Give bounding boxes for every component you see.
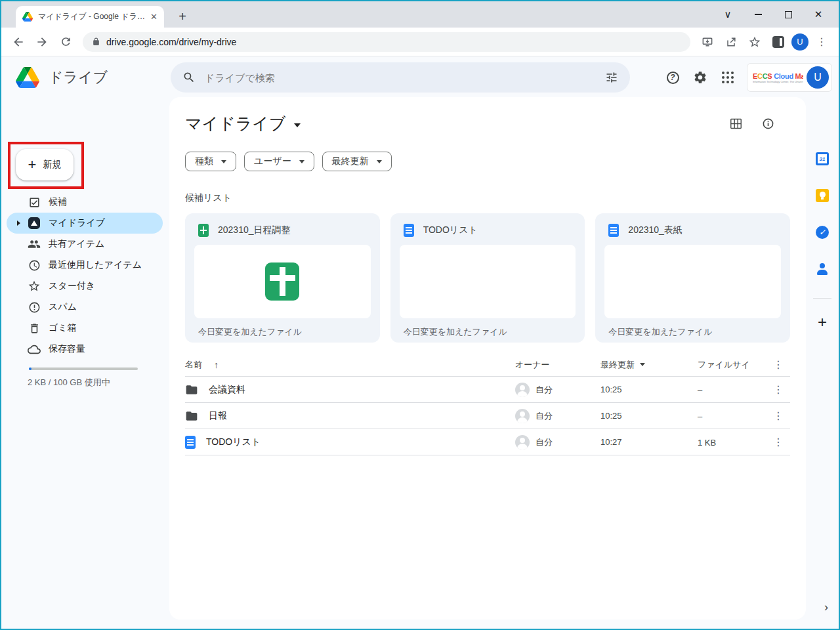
main-content: マイドライブ 種類 ユーザー (169, 97, 806, 620)
browser-tabstrip: マイドライブ - Google ドライブ ✕ + ∨ ✕ (1, 1, 839, 28)
add-addon-icon[interactable]: + (818, 313, 827, 331)
sidebar-item-shared[interactable]: 共有アイテム (1, 234, 169, 255)
owner-avatar (515, 409, 530, 423)
folder-icon (185, 410, 198, 423)
panel-collapse-icon[interactable]: › (824, 600, 828, 614)
search-options-icon[interactable] (605, 71, 618, 84)
sidebar-item-starred[interactable]: スター付き (1, 276, 169, 297)
column-header-name[interactable]: 名前 (185, 359, 202, 371)
browser-toolbar: U ⋮ (1, 28, 839, 56)
keep-icon[interactable] (814, 188, 830, 203)
apps-grid-icon[interactable] (719, 69, 736, 86)
bookmark-star-icon[interactable] (744, 32, 765, 52)
star-icon (28, 280, 41, 293)
suggestions-heading: 候補リスト (185, 192, 790, 204)
row-menu-icon[interactable]: ⋮ (766, 383, 790, 396)
suggestion-card[interactable]: 202310_表紙 今日変更を加えたファイル (595, 213, 790, 343)
forward-icon[interactable] (32, 32, 52, 52)
table-row[interactable]: 会議資料 自分 10:25 – ⋮ (185, 377, 790, 403)
reload-icon[interactable] (55, 32, 76, 52)
suggestion-card[interactable]: TODOリスト 今日変更を加えたファイル (390, 213, 585, 343)
info-icon[interactable] (762, 117, 774, 130)
sidebar-item-my-drive[interactable]: マイドライブ (7, 213, 163, 234)
drive-search-bar[interactable] (171, 62, 630, 93)
filter-chips: 種類 ユーザー 最終更新 (185, 152, 790, 171)
url-input[interactable] (106, 37, 681, 47)
drive-header-actions: ? ECCS Cloud Mail Information Technology… (664, 56, 832, 98)
owner-avatar (515, 435, 530, 450)
row-menu-icon[interactable]: ⋮ (766, 436, 790, 448)
browser-tab[interactable]: マイドライブ - Google ドライブ ✕ (16, 6, 164, 28)
suggestion-card[interactable]: 202310_日程調整 今日変更を加えたファイル (185, 213, 380, 343)
search-icon (182, 71, 196, 84)
drive-product-name: ドライブ (49, 68, 108, 87)
minimize-button[interactable] (743, 1, 773, 28)
browser-profile-avatar[interactable]: U (791, 33, 808, 51)
table-options-icon[interactable]: ⋮ (766, 358, 790, 371)
drive-sidebar: + 新規 候補 マイドライブ (1, 98, 169, 629)
share-icon[interactable] (721, 32, 742, 52)
page-title[interactable]: マイドライブ (185, 113, 286, 135)
storage-usage-text: 2 KB / 100 GB 使用中 (28, 377, 110, 388)
contacts-icon[interactable] (814, 261, 830, 277)
row-menu-icon[interactable]: ⋮ (766, 410, 790, 422)
sidebar-item-storage[interactable]: 保存容量 (1, 339, 169, 360)
alert-circle-icon (28, 301, 41, 314)
suggestion-cards: 202310_日程調整 今日変更を加えたファイル TODOリスト 今日変更を加え… (185, 213, 790, 343)
filter-chip-type[interactable]: 種類 (185, 152, 236, 171)
drive-brand[interactable]: ドライブ (1, 67, 169, 88)
filter-chip-user[interactable]: ユーザー (244, 152, 314, 171)
drive-favicon (22, 12, 33, 22)
tasks-icon[interactable]: ✓ (814, 224, 830, 240)
folder-icon (185, 383, 198, 396)
sidebar-item-recent[interactable]: 最近使用したアイテム (1, 255, 169, 276)
close-window-button[interactable]: ✕ (803, 1, 833, 28)
column-header-modified[interactable]: 最終更新 (600, 359, 635, 371)
column-header-size[interactable]: ファイルサイ (698, 360, 750, 369)
captured-screen: マイドライブ - Google ドライブ ✕ + ∨ ✕ (0, 0, 840, 630)
file-thumbnail (194, 245, 371, 318)
file-thumbnail (400, 245, 576, 318)
browser-menu-icon[interactable]: ⋮ (811, 32, 832, 52)
tab-close-icon[interactable]: ✕ (150, 12, 158, 22)
account-badge-subtitle: Information Technology Center, The Unive… (753, 80, 803, 83)
my-drive-icon (28, 217, 41, 230)
document-icon (404, 224, 414, 237)
drive-header: ドライブ ? (1, 56, 839, 98)
owner-avatar (515, 383, 530, 397)
sidebar-item-spam[interactable]: スパム (1, 297, 169, 318)
table-row[interactable]: TODOリスト 自分 10:27 1 KB ⋮ (185, 429, 790, 455)
maximize-button[interactable] (773, 1, 803, 28)
drive-search-input[interactable] (205, 72, 596, 83)
address-bar[interactable] (83, 32, 690, 52)
window-menu-icon[interactable]: ∨ (713, 1, 743, 28)
account-badge-logo: ECCS Cloud Mail Information Technology C… (753, 72, 803, 83)
cloud-icon (28, 343, 41, 356)
sidebar-nav: 候補 マイドライブ 共有アイテム (1, 192, 169, 360)
new-button[interactable]: + 新規 (16, 149, 74, 180)
spreadsheet-thumbnail-icon (265, 262, 299, 301)
title-dropdown-icon[interactable] (294, 123, 301, 127)
expand-arrow-icon[interactable] (17, 220, 28, 226)
calendar-icon[interactable]: 31 (814, 151, 830, 167)
grid-view-icon[interactable] (730, 118, 742, 129)
clock-icon (28, 259, 41, 272)
file-table: 名前 ↑ オーナー 最終更新 ファイルサイ ⋮ (185, 353, 790, 455)
back-icon[interactable] (8, 32, 29, 52)
sidebar-item-trash[interactable]: ゴミ箱 (1, 318, 169, 339)
table-header-row: 名前 ↑ オーナー 最終更新 ファイルサイ ⋮ (185, 353, 790, 377)
filter-chip-modified[interactable]: 最終更新 (322, 152, 392, 171)
settings-gear-icon[interactable] (692, 69, 709, 86)
side-panel-icon[interactable] (768, 32, 789, 52)
chevron-down-icon (377, 160, 382, 163)
account-badge[interactable]: ECCS Cloud Mail Information Technology C… (747, 63, 832, 92)
sidebar-item-suggestions[interactable]: 候補 (1, 192, 169, 213)
chevron-down-icon (299, 160, 304, 163)
table-row[interactable]: 日報 自分 10:25 – ⋮ (185, 403, 790, 429)
drive-profile-avatar[interactable]: U (807, 66, 829, 89)
help-icon[interactable]: ? (664, 69, 681, 86)
column-header-owner[interactable]: オーナー (515, 359, 550, 371)
sort-ascending-icon[interactable]: ↑ (214, 360, 219, 370)
save-page-icon[interactable] (697, 32, 718, 52)
new-tab-button[interactable]: + (173, 7, 192, 26)
